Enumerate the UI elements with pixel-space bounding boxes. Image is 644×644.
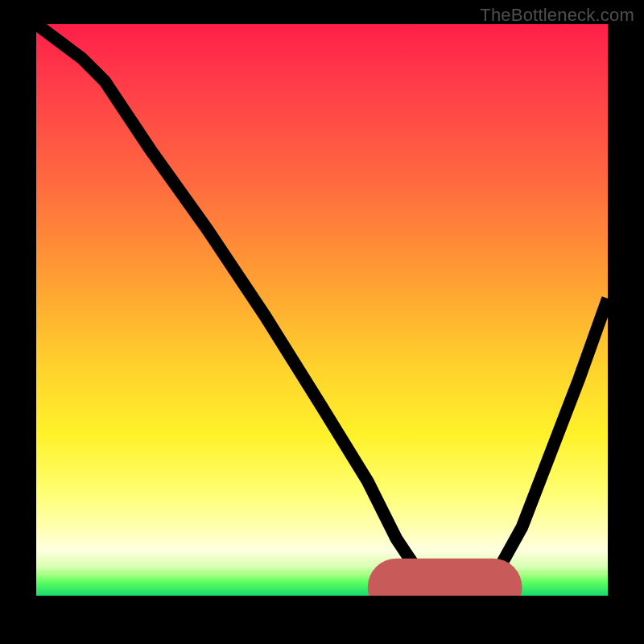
- chart-svg: [36, 24, 608, 596]
- bottleneck-curve: [36, 24, 608, 590]
- chart-area: [36, 24, 608, 596]
- brand-label: TheBottleneck.com: [480, 5, 634, 26]
